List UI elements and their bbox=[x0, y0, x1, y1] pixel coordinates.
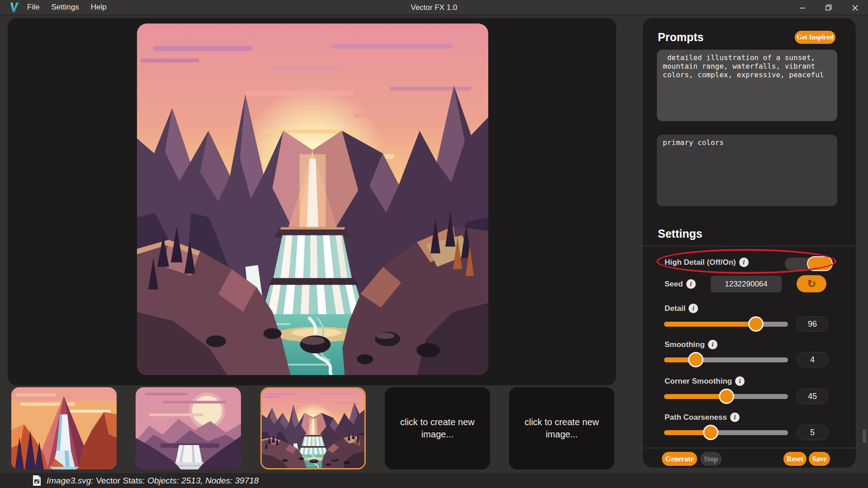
settings-heading: Settings bbox=[658, 227, 703, 240]
status-stats-value: Objects: 2513, Nodes: 39718 bbox=[147, 476, 259, 486]
detail-slider[interactable] bbox=[664, 322, 788, 327]
close-button[interactable] bbox=[842, 0, 868, 15]
info-icon[interactable]: i bbox=[735, 376, 745, 386]
high-detail-toggle[interactable] bbox=[785, 258, 833, 270]
reset-button[interactable]: Reset bbox=[783, 452, 807, 466]
seed-input[interactable]: 1232290064 bbox=[711, 276, 782, 292]
toggle-knob[interactable] bbox=[807, 256, 833, 271]
negative-prompt-textarea[interactable]: primary colors bbox=[657, 135, 837, 206]
smoothing-label: Smoothing i bbox=[665, 340, 717, 349]
slider-knob[interactable] bbox=[688, 352, 703, 367]
info-icon[interactable]: i bbox=[689, 304, 698, 313]
app-logo-icon bbox=[9, 1, 20, 13]
window-controls bbox=[789, 0, 868, 15]
smoothing-value: 4 bbox=[797, 352, 828, 367]
status-filename: Image3.svg: bbox=[47, 476, 94, 486]
thumbnail-4-new[interactable]: click to create new image... bbox=[385, 387, 490, 469]
corner-smoothing-label: Corner Smoothing i bbox=[665, 376, 745, 386]
create-new-label: click to create new image... bbox=[385, 387, 490, 469]
menu-settings[interactable]: Settings bbox=[51, 3, 79, 12]
stop-button[interactable]: Stop bbox=[700, 452, 722, 466]
titlebar: File Settings Help bbox=[0, 0, 868, 15]
maximize-button[interactable] bbox=[816, 0, 842, 15]
info-icon[interactable]: i bbox=[739, 258, 749, 267]
smoothing-slider[interactable] bbox=[664, 357, 788, 362]
save-button[interactable]: Save bbox=[809, 452, 830, 466]
thumbnail-1[interactable] bbox=[11, 387, 117, 469]
file-image-icon bbox=[33, 475, 41, 486]
get-inspired-button[interactable]: Get Inspired bbox=[795, 31, 835, 44]
high-detail-label: High Detail (Off/On) i bbox=[665, 258, 749, 267]
seed-refresh-button[interactable]: ↻ bbox=[797, 275, 826, 292]
info-icon[interactable]: i bbox=[708, 340, 717, 349]
slider-knob[interactable] bbox=[748, 316, 764, 332]
corner-smoothing-value: 45 bbox=[797, 389, 828, 404]
main-image-preview bbox=[137, 23, 488, 375]
corner-smoothing-slider[interactable] bbox=[664, 394, 788, 399]
path-coarseness-value: 5 bbox=[797, 425, 828, 440]
path-coarseness-slider[interactable] bbox=[664, 430, 788, 435]
status-stats-label: Vector Stats: bbox=[96, 476, 145, 486]
thumbnail-3-selected[interactable] bbox=[260, 387, 366, 469]
create-new-label: click to create new image... bbox=[509, 387, 614, 469]
seed-label: Seed i bbox=[665, 279, 696, 289]
menu-file[interactable]: File bbox=[27, 3, 39, 12]
divider bbox=[643, 448, 856, 448]
path-coarseness-label: Path Coarseness i bbox=[665, 413, 740, 422]
detail-label: Detail i bbox=[665, 304, 698, 313]
refresh-icon: ↻ bbox=[807, 277, 816, 290]
divider bbox=[643, 246, 856, 246]
detail-value: 96 bbox=[797, 316, 828, 332]
statusbar: Image3.svg: Vector Stats: Objects: 2513,… bbox=[0, 473, 868, 488]
thumbnail-2[interactable] bbox=[136, 387, 241, 469]
generate-button[interactable]: Generate bbox=[662, 452, 697, 466]
info-icon[interactable]: i bbox=[686, 279, 696, 289]
info-icon[interactable]: i bbox=[730, 413, 740, 422]
menu-help[interactable]: Help bbox=[91, 3, 107, 12]
scrollbar-thumb[interactable] bbox=[863, 429, 866, 443]
minimize-button[interactable] bbox=[789, 0, 816, 15]
slider-knob[interactable] bbox=[703, 425, 718, 440]
prompts-heading: Prompts bbox=[658, 31, 703, 44]
thumbnail-5-new[interactable]: click to create new image... bbox=[509, 387, 614, 469]
positive-prompt-textarea[interactable]: detailed illustration of a sunset, mount… bbox=[657, 50, 837, 121]
app-window: File Settings Help Vector FX 1.0 bbox=[0, 0, 868, 488]
